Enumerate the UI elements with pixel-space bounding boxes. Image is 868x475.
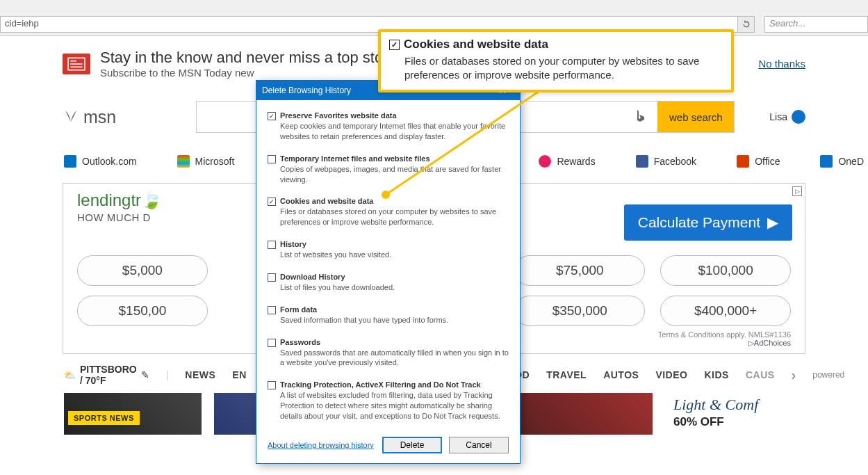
checkbox[interactable] — [268, 306, 276, 314]
option-desc: List of websites you have visited. — [280, 250, 391, 260]
msn-logo-text: msn — [83, 107, 116, 127]
callout-desc: Files or databases stored on your comput… — [404, 54, 720, 83]
nav-travel[interactable]: TRAVEL — [546, 369, 587, 380]
edit-icon[interactable]: ✎ — [141, 369, 149, 380]
story-card[interactable] — [515, 393, 653, 435]
callout-title: Cookies and website data — [404, 38, 548, 51]
callout-cookies: ✓ Cookies and website data Files or data… — [378, 29, 734, 92]
msn-logo[interactable]: msn — [63, 107, 116, 127]
outlook-icon — [64, 155, 76, 168]
link-rewards[interactable]: Rewards — [539, 155, 595, 168]
option-title: Preserve Favorites website data — [280, 111, 509, 120]
delete-browsing-history-dialog: Delete Browsing History ✕ ✓Preserve Favo… — [256, 80, 521, 464]
nav-autos[interactable]: AUTOS — [603, 369, 639, 380]
banner-subtitle: Subscribe to the MSN Today new — [100, 67, 396, 79]
butterfly-icon — [63, 109, 79, 124]
web-search-button[interactable]: web search — [657, 102, 734, 132]
option-passwords: PasswordsSaved passwords that are automa… — [268, 335, 509, 371]
option-desc: Keep cookies and temporary Internet file… — [280, 121, 509, 142]
checkbox[interactable] — [268, 339, 276, 347]
checkbox[interactable]: ✓ — [268, 112, 276, 120]
option-download-history: Download HistoryList of files you have d… — [268, 270, 509, 296]
option-title: Passwords — [280, 338, 509, 346]
facebook-icon — [636, 155, 648, 168]
link-onedrive[interactable]: OneD — [820, 155, 864, 168]
dialog-title: Delete Browsing History — [262, 86, 351, 95]
story-card[interactable]: SPORTS NEWS — [64, 393, 202, 435]
amount-pill[interactable]: $350,000 — [514, 296, 645, 326]
option-desc: List of files you have downloaded. — [280, 282, 395, 293]
link-outlook[interactable]: Outlook.com — [64, 155, 137, 168]
option-tracking-protection-activex-filtering-and-do-not-track: Tracking Protection, ActiveX Filtering a… — [268, 378, 509, 424]
nav-news[interactable]: NEWS — [185, 369, 215, 380]
option-title: Cookies and website data — [280, 197, 509, 205]
option-desc: A list of websites excluded from filteri… — [280, 390, 509, 421]
user-name: Lisa — [769, 111, 787, 122]
option-desc: Files or databases stored on your comput… — [280, 207, 509, 227]
option-title: Temporary Internet files and website fil… — [280, 154, 509, 163]
checkbox[interactable] — [268, 155, 276, 163]
option-desc: Saved information that you have typed in… — [280, 315, 448, 325]
option-temporary-internet-files-and-website-files: Temporary Internet files and website fil… — [268, 152, 509, 188]
promo-line2: 60% OFF — [673, 415, 804, 429]
checkbox-icon: ✓ — [389, 40, 400, 50]
reload-button[interactable] — [738, 16, 755, 33]
rewards-icon — [539, 155, 551, 168]
checkbox[interactable] — [268, 241, 276, 249]
office-icon — [737, 155, 749, 168]
link-microsoft[interactable]: Microsoft — [177, 155, 235, 168]
option-history: HistoryList of websites you have visited… — [268, 237, 509, 263]
nav-kids[interactable]: KIDS — [704, 369, 728, 380]
amount-pill[interactable]: $75,000 — [514, 255, 645, 286]
option-title: History — [280, 240, 391, 248]
checkbox[interactable]: ✓ — [268, 198, 276, 206]
browser-search-field[interactable]: Search... — [764, 16, 868, 33]
user-area[interactable]: Lisa — [769, 110, 805, 124]
option-preserve-favorites-website-data: ✓Preserve Favorites website dataKeep coo… — [268, 108, 509, 145]
option-desc: Copies of webpages, images, and media th… — [280, 164, 509, 185]
option-desc: Saved passwords that are automatically f… — [280, 348, 509, 369]
nav-causes[interactable]: CAUS — [746, 369, 775, 380]
powered-label: powered — [812, 370, 844, 380]
amount-pill[interactable]: $150,00 — [77, 296, 208, 326]
promo-ad[interactable]: Light & Comf 60% OFF — [665, 393, 804, 435]
checkbox[interactable] — [268, 381, 276, 389]
link-facebook[interactable]: Facebook — [636, 155, 696, 168]
option-title: Download History — [280, 273, 395, 281]
onedrive-icon — [820, 155, 833, 168]
banner-title: Stay in the know and never miss a top st… — [100, 49, 396, 67]
sports-news-tag: SPORTS NEWS — [68, 411, 140, 425]
link-office[interactable]: Office — [737, 155, 780, 168]
about-deleting-link[interactable]: About deleting browsing history — [268, 441, 374, 449]
checkbox[interactable] — [268, 273, 276, 282]
sun-cloud-icon: ⛅ — [64, 369, 76, 380]
option-title: Tracking Protection, ActiveX Filtering a… — [280, 380, 509, 389]
weather-widget[interactable]: ⛅ PITTSBORO / 70°F ✎ — [64, 364, 149, 386]
ad-marker-icon[interactable]: ▷ — [792, 186, 802, 196]
nav-en[interactable]: EN — [232, 369, 246, 380]
amount-pill[interactable]: $5,000 — [77, 255, 208, 286]
amount-pill[interactable]: $400,000+ — [660, 296, 791, 326]
option-form-data: Form dataSaved information that you have… — [268, 303, 509, 328]
play-icon: ▶ — [767, 214, 778, 231]
option-cookies-and-website-data: ✓Cookies and website dataFiles or databa… — [268, 194, 509, 230]
amount-pill[interactable]: $100,000 — [660, 255, 791, 286]
nav-video[interactable]: VIDEO — [655, 369, 687, 380]
avatar — [792, 110, 805, 124]
bing-icon[interactable] — [624, 102, 657, 132]
calculate-button[interactable]: Calculate Payment▶ — [624, 204, 792, 241]
delete-button[interactable]: Delete — [382, 437, 442, 453]
promo-line1: Light & Comf — [673, 396, 804, 414]
microsoft-icon — [177, 155, 190, 168]
newspaper-icon — [63, 54, 90, 74]
cancel-button[interactable]: Cancel — [449, 437, 509, 453]
no-thanks-link[interactable]: No thanks — [758, 58, 805, 70]
chevron-right-icon[interactable]: › — [792, 367, 796, 383]
option-title: Form data — [280, 305, 448, 314]
